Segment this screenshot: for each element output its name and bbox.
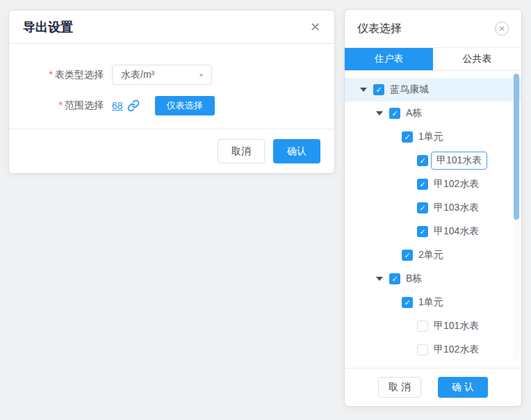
- meter-tree: ✓蓝鸟康城✓A栋✓1单元✓甲101水表✓甲102水表✓甲103水表✓甲104水表…: [345, 71, 521, 368]
- checkbox-checked[interactable]: ✓: [402, 297, 413, 308]
- chain-link-icon[interactable]: [127, 99, 140, 112]
- close-icon[interactable]: ✕: [310, 21, 320, 33]
- checkbox-checked[interactable]: ✓: [417, 155, 428, 166]
- meter-tabs: 住户表 公共表: [345, 48, 521, 71]
- tree-node-label[interactable]: 甲103水表: [434, 202, 479, 214]
- checkbox-unchecked[interactable]: [417, 321, 428, 332]
- dialog-footer: 取消 确认: [9, 129, 334, 173]
- checkbox-checked[interactable]: ✓: [373, 84, 384, 95]
- tree-node[interactable]: ✓1单元: [345, 125, 521, 149]
- dialog-header: 导出设置 ✕: [9, 10, 334, 44]
- dialog-body: *表类型选择 水表/m³ ▼ *范围选择 68 仪表选择: [9, 44, 334, 129]
- tree-node[interactable]: ✓蓝鸟康城: [345, 78, 521, 102]
- meter-type-select[interactable]: 水表/m³ ▼: [112, 65, 212, 85]
- required-asterisk: *: [49, 69, 53, 80]
- range-label: *范围选择: [9, 99, 112, 112]
- checkbox-checked[interactable]: ✓: [402, 250, 413, 261]
- confirm-button[interactable]: 确认: [273, 139, 320, 163]
- meter-type-row: *表类型选择 水表/m³ ▼: [9, 65, 334, 85]
- tree-node-label[interactable]: B栋: [406, 273, 422, 285]
- checkbox-checked[interactable]: ✓: [389, 108, 400, 119]
- tree-node[interactable]: 甲102水表: [345, 338, 521, 362]
- range-count-link[interactable]: 68: [112, 100, 123, 111]
- tree-node[interactable]: 甲101水表: [345, 314, 521, 338]
- tree-node[interactable]: ✓A栋: [345, 102, 521, 125]
- tab-resident-meters[interactable]: 住户表: [345, 48, 433, 70]
- meter-type-label: *表类型选择: [9, 69, 112, 81]
- required-asterisk: *: [59, 99, 63, 111]
- tree-cancel-button[interactable]: 取 消: [378, 377, 421, 398]
- scrollbar-thumb[interactable]: [514, 74, 519, 220]
- checkbox-unchecked[interactable]: [417, 344, 428, 355]
- tree-node[interactable]: ✓1单元: [345, 291, 521, 314]
- meter-dialog-title: 仪表选择: [357, 22, 402, 36]
- tree-node[interactable]: ✓2单元: [345, 243, 521, 267]
- range-row: *范围选择 68 仪表选择: [9, 95, 334, 115]
- tree-node[interactable]: ✓甲101水表: [345, 149, 521, 172]
- close-circle-icon[interactable]: ✕: [495, 22, 509, 35]
- tab-public-meters[interactable]: 公共表: [433, 48, 521, 70]
- meter-dialog-header: 仪表选择 ✕: [345, 10, 521, 48]
- meter-type-select-value: 水表/m³: [121, 69, 154, 81]
- dialog-title: 导出设置: [23, 19, 73, 35]
- tree-node-label[interactable]: 1单元: [418, 296, 443, 309]
- tree-node-label[interactable]: 甲104水表: [434, 225, 479, 238]
- tree-node-label[interactable]: 甲101水表: [431, 152, 487, 170]
- caret-down-icon[interactable]: [360, 88, 367, 92]
- caret-down-icon[interactable]: [376, 111, 383, 115]
- checkbox-checked[interactable]: ✓: [417, 179, 428, 190]
- tree-confirm-button[interactable]: 确 认: [438, 377, 488, 398]
- checkbox-checked[interactable]: ✓: [417, 226, 428, 237]
- meter-select-dialog: 仪表选择 ✕ 住户表 公共表 ✓蓝鸟康城✓A栋✓1单元✓甲101水表✓甲102水…: [344, 9, 522, 407]
- tree-node[interactable]: ✓甲103水表: [345, 196, 521, 220]
- tree-node-label[interactable]: 甲102水表: [434, 344, 479, 356]
- caret-down-icon[interactable]: [376, 277, 383, 281]
- tree-node[interactable]: ✓B栋: [345, 267, 521, 291]
- scrollbar-track[interactable]: [514, 74, 519, 360]
- tree-node-label[interactable]: 甲102水表: [434, 178, 479, 191]
- meter-picker-button[interactable]: 仪表选择: [155, 96, 215, 115]
- tree-node-label[interactable]: 甲101水表: [434, 320, 479, 332]
- tree-node-label[interactable]: 1单元: [418, 131, 443, 143]
- tree-node-label[interactable]: 蓝鸟康城: [390, 83, 429, 96]
- checkbox-checked[interactable]: ✓: [417, 202, 428, 213]
- checkbox-checked[interactable]: ✓: [389, 273, 400, 284]
- meter-dialog-footer: 取 消 确 认: [345, 368, 521, 406]
- tree-node-label[interactable]: 2单元: [418, 249, 443, 261]
- select-caret-icon: ▼: [198, 72, 204, 78]
- checkbox-checked[interactable]: ✓: [402, 131, 413, 143]
- tree-node[interactable]: ✓甲102水表: [345, 172, 521, 196]
- export-settings-dialog: 导出设置 ✕ *表类型选择 水表/m³ ▼ *范围选择 68 仪表选择 取消 确…: [8, 10, 335, 174]
- tree-node-label[interactable]: A栋: [406, 107, 422, 120]
- tree-node[interactable]: ✓甲104水表: [345, 220, 521, 243]
- cancel-button[interactable]: 取消: [218, 139, 265, 163]
